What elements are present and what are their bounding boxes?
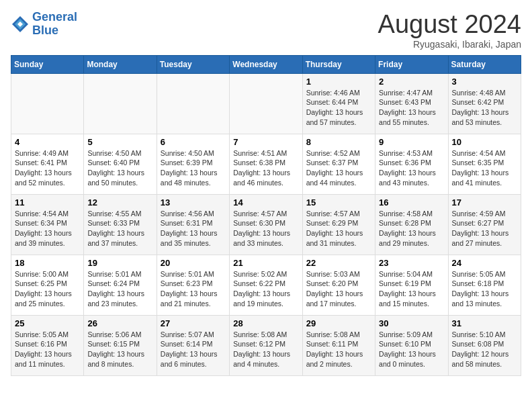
calendar-cell [157, 73, 229, 134]
day-number: 20 [161, 258, 226, 268]
calendar-cell: 11Sunrise: 4:54 AM Sunset: 6:34 PM Dayli… [11, 194, 84, 255]
calendar-cell: 27Sunrise: 5:07 AM Sunset: 6:14 PM Dayli… [157, 315, 229, 375]
day-number: 3 [452, 77, 517, 87]
day-info: Sunrise: 4:51 AM Sunset: 6:38 PM Dayligh… [233, 148, 298, 188]
day-info: Sunrise: 4:54 AM Sunset: 6:34 PM Dayligh… [15, 209, 80, 248]
logo-line2: Blue [32, 24, 58, 37]
calendar-cell [11, 73, 84, 134]
day-number: 2 [379, 77, 444, 87]
logo-text: General Blue [32, 11, 77, 38]
day-info: Sunrise: 4:56 AM Sunset: 6:31 PM Dayligh… [161, 209, 226, 248]
day-info: Sunrise: 4:50 AM Sunset: 6:39 PM Dayligh… [161, 148, 226, 188]
day-number: 21 [233, 258, 298, 268]
day-number: 22 [306, 258, 371, 268]
day-number: 8 [306, 137, 371, 147]
day-number: 9 [379, 137, 444, 147]
day-info: Sunrise: 4:46 AM Sunset: 6:44 PM Dayligh… [306, 88, 371, 128]
day-info: Sunrise: 4:58 AM Sunset: 6:28 PM Dayligh… [379, 209, 444, 248]
logo-icon [11, 15, 30, 34]
day-info: Sunrise: 4:59 AM Sunset: 6:27 PM Dayligh… [452, 209, 517, 248]
calendar-cell: 26Sunrise: 5:06 AM Sunset: 6:15 PM Dayli… [84, 315, 157, 375]
day-info: Sunrise: 5:09 AM Sunset: 6:10 PM Dayligh… [379, 330, 444, 369]
day-info: Sunrise: 5:03 AM Sunset: 6:20 PM Dayligh… [306, 269, 371, 309]
day-info: Sunrise: 4:47 AM Sunset: 6:43 PM Dayligh… [379, 88, 444, 128]
calendar-cell: 21Sunrise: 5:02 AM Sunset: 6:22 PM Dayli… [230, 255, 302, 315]
weekday-header-tuesday: Tuesday [157, 55, 229, 73]
day-info: Sunrise: 4:48 AM Sunset: 6:42 PM Dayligh… [452, 88, 517, 128]
calendar-cell: 8Sunrise: 4:52 AM Sunset: 6:37 PM Daylig… [302, 134, 375, 194]
day-number: 25 [15, 318, 80, 328]
calendar-cell: 9Sunrise: 4:53 AM Sunset: 6:36 PM Daylig… [375, 134, 448, 194]
calendar-cell: 1Sunrise: 4:46 AM Sunset: 6:44 PM Daylig… [302, 73, 375, 134]
day-number: 10 [452, 137, 517, 147]
calendar-cell: 12Sunrise: 4:55 AM Sunset: 6:33 PM Dayli… [84, 194, 157, 255]
calendar-cell [84, 73, 157, 134]
day-number: 16 [379, 197, 444, 208]
day-number: 30 [379, 318, 444, 328]
calendar-cell: 28Sunrise: 5:08 AM Sunset: 6:12 PM Dayli… [230, 315, 302, 375]
day-info: Sunrise: 4:57 AM Sunset: 6:30 PM Dayligh… [233, 209, 298, 248]
day-info: Sunrise: 5:00 AM Sunset: 6:25 PM Dayligh… [15, 269, 80, 309]
weekday-header-row: SundayMondayTuesdayWednesdayThursdayFrid… [11, 55, 521, 73]
day-number: 15 [306, 197, 371, 208]
calendar-week-row: 1Sunrise: 4:46 AM Sunset: 6:44 PM Daylig… [11, 73, 521, 134]
day-number: 24 [452, 258, 517, 268]
day-number: 18 [15, 258, 80, 268]
calendar-cell [230, 73, 302, 134]
day-number: 27 [161, 318, 226, 328]
page-header: General Blue August 2024 Ryugasaki, Ibar… [11, 11, 521, 50]
day-info: Sunrise: 5:02 AM Sunset: 6:22 PM Dayligh… [233, 269, 298, 309]
logo: General Blue [11, 11, 77, 38]
calendar-cell: 23Sunrise: 5:04 AM Sunset: 6:19 PM Dayli… [375, 255, 448, 315]
calendar-cell: 3Sunrise: 4:48 AM Sunset: 6:42 PM Daylig… [448, 73, 521, 134]
calendar-cell: 31Sunrise: 5:10 AM Sunset: 6:08 PM Dayli… [448, 315, 521, 375]
day-number: 19 [87, 258, 152, 268]
calendar-cell: 16Sunrise: 4:58 AM Sunset: 6:28 PM Dayli… [375, 194, 448, 255]
calendar-cell: 25Sunrise: 5:05 AM Sunset: 6:16 PM Dayli… [11, 315, 84, 375]
calendar-cell: 18Sunrise: 5:00 AM Sunset: 6:25 PM Dayli… [11, 255, 84, 315]
day-number: 13 [161, 197, 226, 208]
day-number: 17 [452, 197, 517, 208]
day-info: Sunrise: 5:01 AM Sunset: 6:23 PM Dayligh… [161, 269, 226, 309]
day-number: 6 [161, 137, 226, 147]
day-info: Sunrise: 5:07 AM Sunset: 6:14 PM Dayligh… [161, 330, 226, 369]
calendar-cell: 24Sunrise: 5:05 AM Sunset: 6:18 PM Dayli… [448, 255, 521, 315]
calendar-cell: 13Sunrise: 4:56 AM Sunset: 6:31 PM Dayli… [157, 194, 229, 255]
weekday-header-sunday: Sunday [11, 55, 84, 73]
day-number: 29 [306, 318, 371, 328]
calendar-cell: 29Sunrise: 5:08 AM Sunset: 6:11 PM Dayli… [302, 315, 375, 375]
calendar-cell: 17Sunrise: 4:59 AM Sunset: 6:27 PM Dayli… [448, 194, 521, 255]
day-number: 31 [452, 318, 517, 328]
day-info: Sunrise: 5:08 AM Sunset: 6:12 PM Dayligh… [233, 330, 298, 369]
weekday-header-thursday: Thursday [302, 55, 375, 73]
calendar-week-row: 11Sunrise: 4:54 AM Sunset: 6:34 PM Dayli… [11, 194, 521, 255]
calendar-cell: 2Sunrise: 4:47 AM Sunset: 6:43 PM Daylig… [375, 73, 448, 134]
calendar-cell: 7Sunrise: 4:51 AM Sunset: 6:38 PM Daylig… [230, 134, 302, 194]
calendar-cell: 15Sunrise: 4:57 AM Sunset: 6:29 PM Dayli… [302, 194, 375, 255]
day-info: Sunrise: 4:55 AM Sunset: 6:33 PM Dayligh… [87, 209, 152, 248]
calendar-week-row: 4Sunrise: 4:49 AM Sunset: 6:41 PM Daylig… [11, 134, 521, 194]
calendar-cell: 20Sunrise: 5:01 AM Sunset: 6:23 PM Dayli… [157, 255, 229, 315]
day-info: Sunrise: 4:52 AM Sunset: 6:37 PM Dayligh… [306, 148, 371, 188]
calendar-cell: 22Sunrise: 5:03 AM Sunset: 6:20 PM Dayli… [302, 255, 375, 315]
day-info: Sunrise: 5:05 AM Sunset: 6:16 PM Dayligh… [15, 330, 80, 369]
day-number: 7 [233, 137, 298, 147]
calendar-cell: 6Sunrise: 4:50 AM Sunset: 6:39 PM Daylig… [157, 134, 229, 194]
day-number: 4 [15, 137, 80, 147]
calendar-week-row: 25Sunrise: 5:05 AM Sunset: 6:16 PM Dayli… [11, 315, 521, 375]
calendar-cell: 4Sunrise: 4:49 AM Sunset: 6:41 PM Daylig… [11, 134, 84, 194]
day-number: 5 [87, 137, 152, 147]
day-info: Sunrise: 5:05 AM Sunset: 6:18 PM Dayligh… [452, 269, 517, 309]
weekday-header-saturday: Saturday [448, 55, 521, 73]
calendar-cell: 5Sunrise: 4:50 AM Sunset: 6:40 PM Daylig… [84, 134, 157, 194]
day-info: Sunrise: 4:53 AM Sunset: 6:36 PM Dayligh… [379, 148, 444, 188]
title-block: August 2024 Ryugasaki, Ibaraki, Japan [378, 11, 521, 50]
day-number: 28 [233, 318, 298, 328]
weekday-header-monday: Monday [84, 55, 157, 73]
day-info: Sunrise: 4:57 AM Sunset: 6:29 PM Dayligh… [306, 209, 371, 248]
day-number: 26 [87, 318, 152, 328]
day-number: 23 [379, 258, 444, 268]
calendar-week-row: 18Sunrise: 5:00 AM Sunset: 6:25 PM Dayli… [11, 255, 521, 315]
day-info: Sunrise: 4:54 AM Sunset: 6:35 PM Dayligh… [452, 148, 517, 188]
day-info: Sunrise: 5:10 AM Sunset: 6:08 PM Dayligh… [452, 330, 517, 369]
